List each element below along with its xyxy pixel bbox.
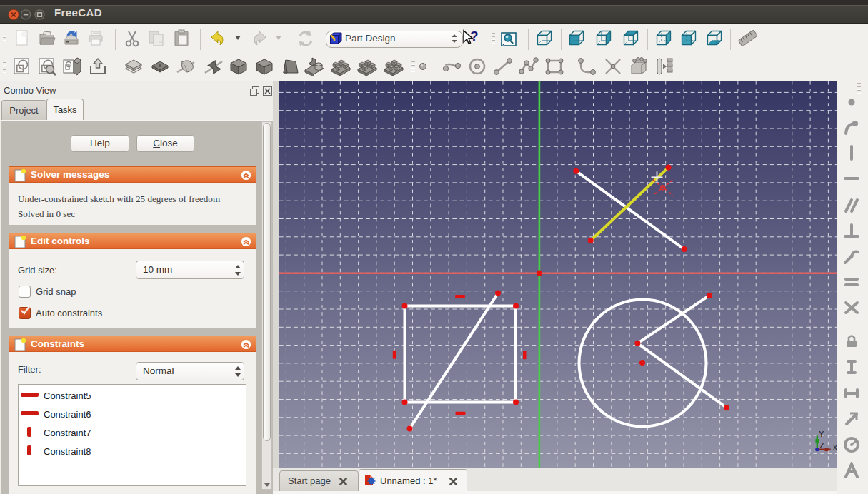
svg-text:Y: Y: [819, 430, 824, 438]
svg-text:?: ?: [470, 29, 479, 44]
svg-text:Z: Z: [820, 442, 824, 450]
